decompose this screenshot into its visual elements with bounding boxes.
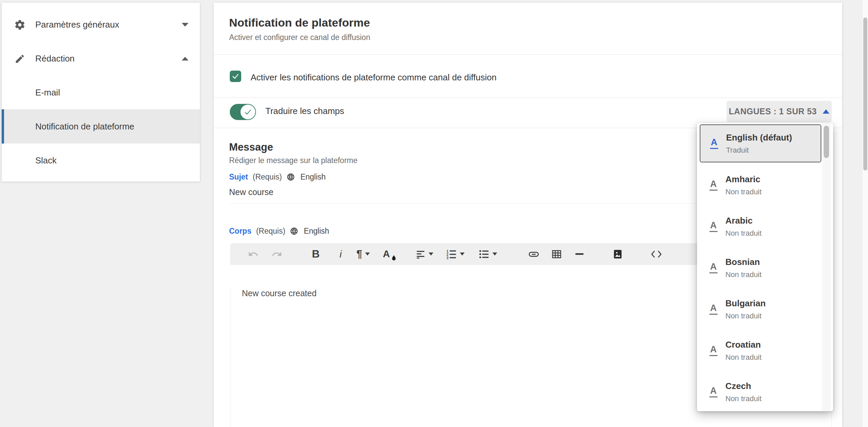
body-language: English: [304, 227, 329, 236]
chevron-down-icon: [492, 253, 497, 256]
settings-sidebar: Paramètres généraux Rédaction E-mail Not…: [2, 3, 200, 181]
toggle-knob: [241, 105, 255, 119]
align-dropdown[interactable]: [415, 247, 433, 261]
language-status: Traduit: [726, 146, 792, 155]
pilcrow-icon: ¶: [356, 248, 362, 260]
languages-dropdown-menu: A English (défaut) Traduit A Amharic Non…: [697, 123, 833, 411]
sidebar-group-general-settings[interactable]: Paramètres généraux: [2, 8, 200, 42]
translation-a-icon: A: [709, 386, 717, 397]
sidebar-item-label: E-mail: [35, 87, 60, 98]
translation-a-icon: A: [709, 262, 717, 273]
language-status: Non traduit: [725, 312, 766, 320]
language-option-amharic[interactable]: A Amharic Non traduit: [700, 164, 821, 206]
table-icon[interactable]: [551, 247, 562, 261]
language-option-arabic[interactable]: A Arabic Non traduit: [700, 206, 821, 247]
language-name: English (défaut): [726, 133, 792, 143]
chevron-down-icon: [365, 253, 370, 256]
dropdown-scrollbar-track[interactable]: [822, 123, 831, 411]
pencil-icon: [14, 53, 26, 65]
subject-label-link[interactable]: Sujet: [229, 172, 248, 181]
sidebar-item-label: Slack: [35, 155, 57, 166]
sidebar-group-label: Paramètres généraux: [35, 20, 119, 30]
italic-icon[interactable]: i: [335, 247, 346, 261]
language-option-bulgarian[interactable]: A Bulgarian Non traduit: [700, 288, 821, 330]
svg-text:3: 3: [447, 256, 449, 259]
message-section-subtitle: Rédiger le message sur la plateforme: [229, 156, 358, 165]
link-icon: [528, 249, 539, 260]
translation-a-icon: A: [709, 179, 717, 191]
sidebar-group-label: Rédaction: [35, 53, 74, 64]
font-color-letter: A: [383, 249, 390, 260]
languages-dropdown-button[interactable]: LANGUES : 1 SUR 53: [726, 101, 832, 122]
language-status: Non traduit: [725, 353, 762, 362]
divider: [214, 97, 842, 98]
sidebar-item-platform-notification[interactable]: Notification de plateforme: [2, 109, 200, 144]
language-status: Non traduit: [725, 229, 762, 238]
ordered-list-dropdown[interactable]: 123: [446, 247, 465, 261]
translate-fields-label: Traduire les champs: [266, 106, 344, 116]
code-view-icon[interactable]: [650, 247, 662, 261]
page-title: Notification de plateforme: [229, 16, 370, 29]
code-view-icon: [650, 249, 662, 259]
language-option-croatian[interactable]: A Croatian Non traduit: [700, 330, 821, 371]
undo-icon[interactable]: [248, 247, 259, 261]
table-icon: [551, 249, 562, 260]
bold-icon[interactable]: B: [310, 247, 321, 261]
divider: [214, 54, 842, 55]
language-option-czech[interactable]: A Czech Non traduit: [700, 371, 821, 411]
body-field-header: Corps (Requis) English: [229, 227, 329, 236]
body-label-link[interactable]: Corps: [229, 227, 251, 236]
language-name: Croatian: [725, 340, 762, 350]
font-color-icon[interactable]: A: [380, 247, 392, 261]
chevron-down-icon: [460, 253, 465, 256]
link-icon[interactable]: [528, 247, 539, 261]
gear-icon: [14, 19, 26, 31]
language-status: Non traduit: [725, 188, 762, 196]
horizontal-rule-icon[interactable]: [574, 247, 585, 261]
chevron-down-icon: [182, 23, 188, 27]
image-icon: [612, 249, 623, 260]
ordered-list-icon: 123: [446, 249, 457, 260]
notification-settings-page: Paramètres généraux Rédaction E-mail Not…: [0, 0, 868, 427]
redo-icon[interactable]: [271, 247, 282, 261]
page-subtitle: Activer et configurer ce canal de diffus…: [229, 33, 370, 42]
language-name: Arabic: [725, 216, 762, 226]
required-note: (Requis): [253, 172, 282, 181]
unordered-list-dropdown[interactable]: [479, 247, 497, 261]
check-icon: [231, 72, 240, 80]
sidebar-item-label: Notification de plateforme: [35, 121, 134, 132]
paragraph-style-dropdown[interactable]: ¶: [356, 247, 370, 261]
check-icon: [244, 108, 252, 116]
enable-channel-checkbox[interactable]: [230, 70, 241, 82]
enable-channel-label: Activer les notifications de plateforme …: [251, 72, 496, 83]
language-name: Amharic: [725, 174, 762, 184]
language-option-bosnian[interactable]: A Bosnian Non traduit: [700, 247, 821, 288]
image-icon[interactable]: [612, 247, 623, 261]
language-status: Non traduit: [725, 394, 762, 403]
chevron-up-icon: [823, 109, 829, 114]
droplet-icon: [392, 255, 396, 261]
subject-language: English: [300, 172, 326, 181]
required-note: (Requis): [256, 227, 285, 236]
languages-button-label: LANGUES : 1 SUR 53: [729, 107, 817, 116]
language-option-english[interactable]: A English (défaut) Traduit: [700, 124, 821, 162]
sidebar-item-slack[interactable]: Slack: [2, 144, 200, 177]
sidebar-item-email[interactable]: E-mail: [2, 76, 200, 110]
chevron-up-icon: [182, 57, 188, 60]
page-scrollbar-thumb[interactable]: [863, 18, 867, 170]
bullet-list-icon: [479, 249, 489, 260]
translation-a-icon: A: [710, 138, 718, 149]
dropdown-scrollbar-thumb[interactable]: [824, 126, 829, 158]
language-name: Czech: [725, 381, 762, 391]
translation-a-icon: A: [709, 221, 717, 232]
language-name: Bulgarian: [725, 298, 766, 309]
translation-a-icon: A: [709, 304, 717, 315]
sidebar-group-redaction[interactable]: Rédaction: [2, 42, 200, 76]
align-left-icon: [415, 249, 426, 259]
globe-icon: [286, 173, 295, 181]
subject-input[interactable]: New course: [229, 187, 273, 197]
message-section-title: Message: [229, 141, 273, 153]
chevron-down-icon: [429, 253, 433, 256]
language-name: Bosnian: [725, 257, 762, 267]
translate-fields-toggle[interactable]: [230, 104, 256, 120]
